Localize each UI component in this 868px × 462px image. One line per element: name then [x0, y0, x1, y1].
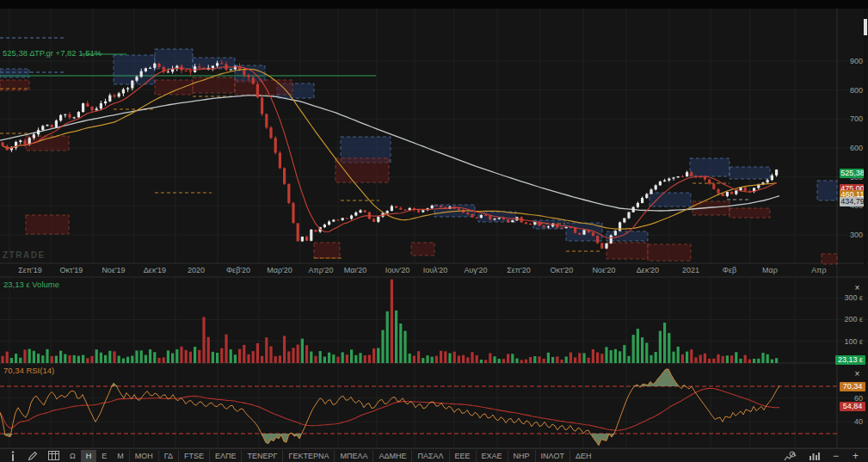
symbol-quote-label: 525,38 ΔΤΡ.gr +7,82 1,51% — [3, 48, 102, 58]
price-axis-tick: 900 — [839, 57, 863, 65]
date-axis-tick: Νοε'19 — [95, 266, 132, 274]
date-axis-tick: Οκτ'19 — [52, 266, 90, 274]
price-axis-tick: 800 — [839, 86, 863, 95]
rsi-value-badge: 70,34 — [840, 382, 865, 391]
volume-pane-close-icon[interactable]: × — [852, 282, 863, 293]
date-axis-tick: Απρ — [800, 266, 838, 274]
last-price-badge: 525,38 — [840, 169, 865, 178]
watchlist-item-bela[interactable]: ΜΠΕΛΑ — [334, 450, 372, 462]
timeframe-monthly[interactable]: Μ — [112, 450, 129, 462]
watchlist-item-elpe[interactable]: ΕΛΠΕ — [209, 450, 242, 462]
date-axis-tick: 2020 — [177, 266, 215, 274]
watchlist-item-moh[interactable]: ΜΟΗ — [129, 450, 158, 462]
info-icon[interactable] — [3, 451, 22, 461]
watchlist-item-pasal[interactable]: ΠΑΣΑΛ — [411, 450, 448, 462]
date-axis-tick: Νοε'20 — [585, 266, 623, 274]
date-axis-tick: Φεβ — [711, 266, 748, 274]
date-axis-tick: Δεκ'19 — [136, 266, 174, 274]
date-axis-tick: Αυγ'20 — [457, 266, 495, 274]
ma-slow-price-badge: 434,79 — [840, 197, 865, 206]
date-axis-tick: Ιουν'20 — [379, 266, 416, 274]
date-axis-tick: 2021 — [672, 266, 710, 274]
bottom-toolbar: ΩΗΕΜΜΟΗΓΔFTSEΕΛΠΕΤΕΝΕΡΓΓΕΚΤΕΡΝΑΜΠΕΛΑΑΔΜΗ… — [0, 448, 868, 462]
histogram-icon[interactable] — [803, 451, 825, 460]
date-axis-tick: Οκτ'20 — [543, 266, 581, 274]
zoom-out-button[interactable]: − — [827, 450, 845, 462]
watchlist-item-admie[interactable]: ΑΔΜΗΕ — [372, 450, 411, 462]
zoom-in-button[interactable]: + — [846, 450, 865, 462]
price-axis-tick: 600 — [839, 144, 863, 152]
watchlist-item-nir[interactable]: ΝΗΡ — [508, 450, 535, 462]
watchlist-item-deh[interactable]: ΔΕΗ — [569, 450, 597, 462]
rsi-signal-badge: 54,84 — [840, 402, 865, 411]
scrollbar-thumb[interactable] — [864, 19, 867, 35]
date-axis-tick: Μαι'20 — [336, 266, 374, 274]
price-axis-tick: 300 — [839, 231, 863, 239]
watchlist-item-inlot[interactable]: ΙΝΛΟΤ — [535, 450, 569, 462]
date-axis-tick: Απρ'20 — [302, 266, 340, 274]
scrollbar-track[interactable] — [864, 9, 867, 267]
volume-indicator-label: 23,13 ε Volume — [3, 280, 59, 289]
rsi-indicator-label: 70,34 RSI(14) — [3, 366, 54, 375]
volume-axis-tick: 200 ε — [834, 315, 863, 323]
date-axis-tick: Φεβ'20 — [219, 266, 257, 274]
volume-axis-tick: 300 ε — [834, 293, 863, 302]
toolbar-right-group: −+ — [779, 450, 865, 462]
trading-chart-app: 525,38 ΔΤΡ.gr +7,82 1,51% ZTRADE 23,13 ε… — [0, 0, 868, 462]
rsi-pane-close-icon[interactable]: × — [852, 368, 863, 379]
broker-watermark: ZTRADE — [3, 250, 46, 260]
toolbar-left-group: ΩΗΕΜΜΟΗΓΔFTSEΕΛΠΕΤΕΝΕΡΓΓΕΚΤΕΡΝΑΜΠΕΛΑΑΔΜΗ… — [3, 449, 596, 462]
date-axis-tick: Δεκ'20 — [629, 266, 667, 274]
timeframe-weekly[interactable]: Ε — [96, 450, 112, 462]
watchlist-item-gd[interactable]: ΓΔ — [158, 450, 178, 462]
timeframe-daily[interactable]: Η — [81, 450, 97, 462]
volume-axis-tick: 100 ε — [834, 337, 863, 346]
watchlist-item-exae[interactable]: ΕΧΑΕ — [476, 450, 508, 462]
indicators-table-icon[interactable] — [43, 451, 65, 460]
price-axis-tick: 700 — [839, 114, 863, 123]
watchlist-item-ftse[interactable]: FTSE — [178, 450, 209, 462]
chart-canvas[interactable] — [0, 0, 868, 462]
watchlist-item-gekterna[interactable]: ΓΕΚΤΕΡΝΑ — [282, 450, 334, 462]
date-axis-tick: Σεπ'20 — [500, 266, 538, 274]
rsi-axis-tick: 40 — [839, 417, 863, 426]
date-axis-tick: Μαρ'20 — [261, 266, 299, 274]
draw-icon[interactable] — [22, 451, 43, 461]
date-axis-tick: Σεπ'19 — [11, 266, 49, 274]
chart-zoom-icon[interactable] — [779, 451, 802, 461]
current-volume-badge: 23,13 ε — [835, 355, 865, 365]
date-axis-tick: Μαρ — [751, 266, 789, 274]
watchlist-item-eee[interactable]: ΕΕΕ — [449, 450, 476, 462]
watchlist-item-tenerg[interactable]: ΤΕΝΕΡΓ — [241, 450, 282, 462]
date-axis-tick: Ιουλ'20 — [416, 266, 454, 274]
timeframe-hourly[interactable]: Ω — [65, 450, 81, 462]
